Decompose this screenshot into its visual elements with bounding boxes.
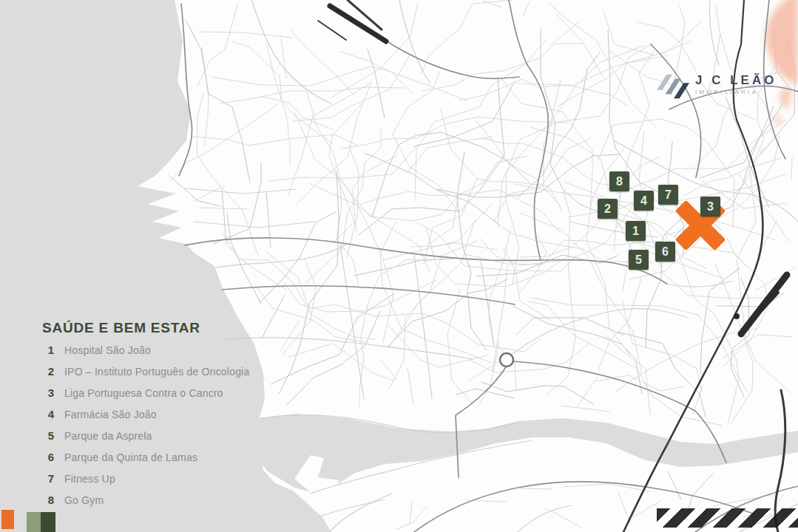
brand-logo: J C LEÃO IMOBILIÁRIA <box>657 74 777 100</box>
decor-square-dark-green <box>41 512 55 532</box>
legend-list: 1Hospital São João2IPO – Instituto Portu… <box>42 344 286 515</box>
legend-item-number: 7 <box>42 472 54 485</box>
decor-square-orange <box>1 510 14 529</box>
legend-item-label: IPO – Instituto Português de Oncologia <box>64 366 249 378</box>
legend-item-number: 3 <box>42 386 54 399</box>
map-marker-5[interactable]: 5 <box>629 250 649 270</box>
legend-title: SAÚDE E BEM ESTAR <box>42 320 286 336</box>
legend-item-label: Parque da Quinta de Lamas <box>64 451 197 463</box>
map-marker-7[interactable]: 7 <box>658 185 678 205</box>
legend-item: 4Farmácia São João <box>42 408 286 429</box>
map-marker-1[interactable]: 1 <box>626 221 646 241</box>
legend-item: 1Hospital São João <box>42 344 286 365</box>
brand-subtitle: IMOBILIÁRIA <box>695 89 777 95</box>
legend-item-label: Liga Portuguesa Contra o Cancro <box>64 387 223 399</box>
map-marker-3[interactable]: 3 <box>700 197 720 216</box>
legend-item-label: Hospital São João <box>64 344 151 356</box>
legend-item: 3Liga Portuguesa Contra o Cancro <box>42 386 286 408</box>
decor-square-sage <box>27 512 41 532</box>
legend-item-number: 6 <box>42 451 54 463</box>
legend-item-label: Fitness Up <box>64 473 115 485</box>
legend-item: 5Parque da Asprela <box>42 429 286 451</box>
diagonal-stripes-icon <box>657 74 691 100</box>
map-marker-6[interactable]: 6 <box>655 242 675 262</box>
rail-yard-dot <box>734 313 740 319</box>
legend-panel: SAÚDE E BEM ESTAR 1Hospital São João2IPO… <box>42 320 286 515</box>
legend-item-number: 8 <box>42 494 54 506</box>
legend-item-label: Parque da Asprela <box>64 430 152 442</box>
legend-item-label: Farmácia São João <box>64 409 157 420</box>
legend-item-number: 4 <box>42 408 54 420</box>
highlight-zone <box>766 0 798 126</box>
brand-name: J C LEÃO <box>695 74 777 87</box>
legend-item: 2IPO – Instituto Português de Oncologia <box>42 365 286 386</box>
map-marker-2[interactable]: 2 <box>598 199 618 219</box>
hazard-stripes-decor <box>657 508 798 528</box>
legend-item: 7Fitness Up <box>42 472 286 494</box>
map-canvas: 12345678 SAÚDE E BEM ESTAR 1Hospital São… <box>0 0 798 532</box>
legend-item: 8Go Gym <box>42 494 286 515</box>
roundabout <box>500 353 513 366</box>
map-marker-4[interactable]: 4 <box>634 191 654 211</box>
legend-item: 6Parque da Quinta de Lamas <box>42 451 286 472</box>
legend-item-number: 5 <box>42 429 54 442</box>
legend-item-number: 2 <box>42 365 54 378</box>
legend-item-number: 1 <box>42 344 54 356</box>
map-marker-8[interactable]: 8 <box>609 171 629 191</box>
legend-item-label: Go Gym <box>64 494 104 506</box>
